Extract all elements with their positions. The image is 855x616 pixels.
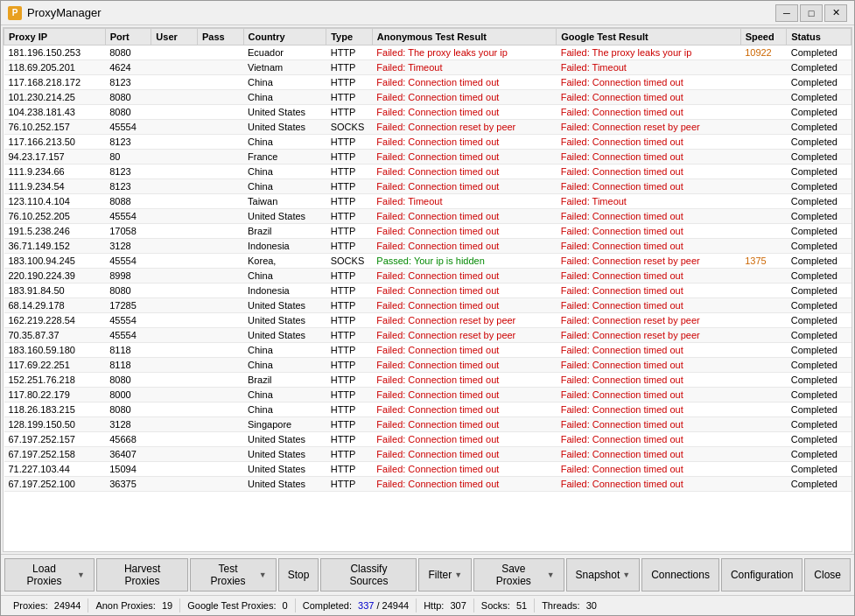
close-app-button[interactable]: Close (804, 558, 851, 592)
table-row[interactable]: 36.71.149.1523128IndonesiaHTTPFailed: Co… (4, 239, 851, 254)
table-row[interactable]: 181.196.150.2538080EcuadorHTTPFailed: Th… (4, 46, 851, 60)
table-cell: HTTP (326, 432, 373, 447)
table-cell: Failed: Connection timed out (372, 462, 556, 477)
table-row[interactable]: 67.197.252.15836407United StatesHTTPFail… (4, 447, 851, 462)
col-country[interactable]: Country (243, 29, 326, 46)
table-cell: Completed (787, 120, 851, 135)
table-row[interactable]: 104.238.181.438080United StatesHTTPFaile… (4, 105, 851, 120)
table-row[interactable]: 70.35.87.3745554United StatesHTTPFailed:… (4, 328, 851, 343)
table-row[interactable]: 101.230.214.258080ChinaHTTPFailed: Conne… (4, 90, 851, 105)
table-cell: United States (243, 328, 326, 343)
table-row[interactable]: 68.14.29.17817285United StatesHTTPFailed… (4, 298, 851, 313)
table-cell: 123.110.4.104 (4, 194, 106, 209)
stop-button[interactable]: Stop (278, 558, 319, 592)
table-cell: Failed: Connection reset by peer (557, 120, 740, 135)
table-row[interactable]: 117.80.22.1798000ChinaHTTPFailed: Connec… (4, 388, 851, 402)
table-cell: 117.166.213.50 (4, 135, 106, 150)
table-cell (151, 447, 198, 462)
table-cell: Failed: Connection timed out (372, 447, 556, 462)
table-cell: HTTP (326, 224, 373, 239)
table-cell: 111.9.234.54 (4, 179, 106, 194)
table-cell: HTTP (326, 75, 373, 90)
load-proxies-label: Load Proxies (14, 563, 74, 587)
table-row[interactable]: 111.9.234.548123ChinaHTTPFailed: Connect… (4, 179, 851, 194)
table-cell (197, 194, 243, 209)
table-row[interactable]: 117.168.218.1728123ChinaHTTPFailed: Conn… (4, 75, 851, 90)
configuration-button[interactable]: Configuration (721, 558, 802, 592)
col-google-test[interactable]: Google Test Result (557, 29, 740, 46)
app-icon: P (8, 6, 22, 20)
table-cell (740, 358, 787, 373)
table-cell: 70.35.87.37 (4, 328, 106, 343)
proxies-label: Proxies: (13, 600, 48, 611)
table-cell: Failed: Connection reset by peer (372, 313, 556, 328)
connections-button[interactable]: Connections (641, 558, 719, 592)
table-row[interactable]: 118.69.205.2014624VietnamHTTPFailed: Tim… (4, 60, 851, 75)
table-row[interactable]: 183.100.94.24545554Korea,SOCKSPassed: Yo… (4, 254, 851, 269)
col-user[interactable]: User (151, 29, 198, 46)
table-row[interactable]: 67.197.252.10036375United StatesHTTPFail… (4, 477, 851, 492)
table-cell: 45668 (105, 432, 151, 447)
table-cell: Failed: Connection timed out (557, 164, 740, 179)
table-row[interactable]: 76.10.252.20545554United StatesHTTPFaile… (4, 209, 851, 224)
table-row[interactable]: 183.91.84.508080IndonesiaHTTPFailed: Con… (4, 284, 851, 298)
table-cell: SOCKS (326, 254, 373, 269)
minimize-button[interactable]: ─ (775, 4, 798, 22)
table-row[interactable]: 76.10.252.15745554United StatesSOCKSFail… (4, 120, 851, 135)
table-cell: 183.100.94.245 (4, 254, 106, 269)
table-cell: Taiwan (243, 194, 326, 209)
close-button[interactable]: ✕ (824, 4, 847, 22)
table-cell: HTTP (326, 209, 373, 224)
table-cell: Completed (787, 343, 851, 358)
anon-label: Anon Proxies: (95, 600, 155, 611)
table-row[interactable]: 94.23.17.15780FranceHTTPFailed: Connecti… (4, 150, 851, 164)
maximize-button[interactable]: □ (800, 4, 823, 22)
status-bar: Proxies: 24944 Anon Proxies: 19 Google T… (1, 595, 854, 615)
table-row[interactable]: 118.26.183.2158080ChinaHTTPFailed: Conne… (4, 402, 851, 417)
table-cell: Brazil (243, 224, 326, 239)
table-row[interactable]: 183.160.59.1808118ChinaHTTPFailed: Conne… (4, 343, 851, 358)
table-row[interactable]: 162.219.228.5445554United StatesHTTPFail… (4, 313, 851, 328)
save-proxies-label: Save Proxies (483, 563, 544, 587)
table-cell (740, 60, 787, 75)
col-anon-test[interactable]: Anonymous Test Result (372, 29, 556, 46)
table-cell (197, 179, 243, 194)
col-speed[interactable]: Speed (740, 29, 787, 46)
table-cell: 220.190.224.39 (4, 269, 106, 284)
col-port[interactable]: Port (105, 29, 151, 46)
table-row[interactable]: 117.69.22.2518118ChinaHTTPFailed: Connec… (4, 358, 851, 373)
table-cell: Failed: Connection timed out (372, 477, 556, 492)
table-row[interactable]: 111.9.234.668123ChinaHTTPFailed: Connect… (4, 164, 851, 179)
col-type[interactable]: Type (326, 29, 373, 46)
harvest-proxies-button[interactable]: Harvest Proxies (96, 558, 189, 592)
table-row[interactable]: 67.197.252.15745668United StatesHTTPFail… (4, 432, 851, 447)
table-cell: China (243, 402, 326, 417)
table-cell (740, 373, 787, 388)
table-cell: Failed: Connection timed out (557, 477, 740, 492)
table-cell: Failed: Connection timed out (372, 150, 556, 164)
table-cell: 152.251.76.218 (4, 373, 106, 388)
load-proxies-button[interactable]: Load Proxies ▼ (4, 558, 95, 592)
col-status[interactable]: Status (787, 29, 851, 46)
table-row[interactable]: 220.190.224.398998ChinaHTTPFailed: Conne… (4, 269, 851, 284)
filter-button[interactable]: Filter ▼ (418, 558, 472, 592)
table-cell: Completed (787, 150, 851, 164)
harvest-proxies-label: Harvest Proxies (106, 563, 179, 587)
col-pass[interactable]: Pass (197, 29, 243, 46)
save-proxies-button[interactable]: Save Proxies ▼ (473, 558, 564, 592)
table-cell (197, 402, 243, 417)
table-row[interactable]: 128.199.150.503128SingaporeHTTPFailed: C… (4, 417, 851, 432)
table-row[interactable]: 152.251.76.2188080BrazilHTTPFailed: Conn… (4, 373, 851, 388)
table-row[interactable]: 71.227.103.4415094United StatesHTTPFaile… (4, 462, 851, 477)
table-row[interactable]: 191.5.238.24617058BrazilHTTPFailed: Conn… (4, 224, 851, 239)
table-cell: Failed: Connection timed out (372, 135, 556, 150)
test-proxies-button[interactable]: Test Proxies ▼ (190, 558, 276, 592)
google-count: 0 (283, 600, 288, 611)
table-row[interactable]: 123.110.4.1048088TaiwanHTTPFailed: Timeo… (4, 194, 851, 209)
table-row[interactable]: 117.166.213.508123ChinaHTTPFailed: Conne… (4, 135, 851, 150)
table-cell: United States (243, 432, 326, 447)
classify-sources-button[interactable]: Classify Sources (320, 558, 417, 592)
table-cell: Completed (787, 417, 851, 432)
snapshot-button[interactable]: Snapshot ▼ (566, 558, 641, 592)
col-proxy-ip[interactable]: Proxy IP (4, 29, 106, 46)
